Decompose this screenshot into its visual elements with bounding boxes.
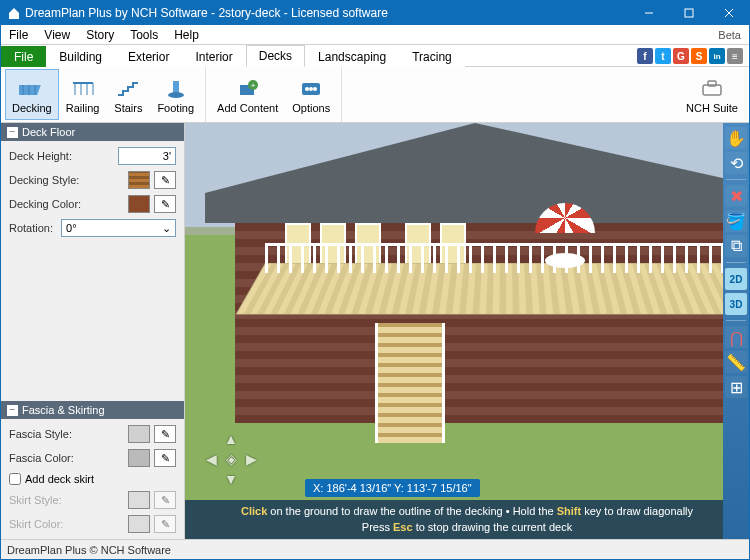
ribbon: Decking Railing Stairs Footing + Add Con… — [1, 67, 749, 123]
decking-color-picker[interactable]: ✎ — [154, 195, 176, 213]
beta-label: Beta — [718, 29, 749, 41]
grid-icon: ⊞ — [730, 378, 743, 397]
rotation-dropdown[interactable]: 0° ⌄ — [61, 219, 176, 237]
fascia-style-picker[interactable]: ✎ — [154, 425, 176, 443]
status-text: DreamPlan Plus © NCH Software — [7, 544, 171, 556]
fascia-color-label: Fascia Color: — [9, 452, 124, 464]
fascia-color-swatch[interactable] — [128, 449, 150, 467]
panel-fascia-header[interactable]: − Fascia & Skirting — [1, 401, 184, 419]
orbit-tool[interactable]: ⟲ — [725, 152, 747, 174]
facebook-icon[interactable]: f — [637, 48, 653, 64]
add-content-icon: + — [235, 76, 261, 102]
ribbon-group-deck: Decking Railing Stairs Footing — [1, 67, 206, 122]
view-3d-button[interactable]: 3D — [725, 293, 747, 315]
add-deck-skirt-checkbox[interactable] — [9, 473, 21, 485]
menubar: File View Story Tools Help Beta — [1, 25, 749, 45]
workarea: − Deck Floor Deck Height: 3' Decking Sty… — [1, 123, 749, 539]
tab-tracing[interactable]: Tracing — [399, 46, 465, 67]
statusbar: DreamPlan Plus © NCH Software — [1, 539, 749, 559]
add-content-label: Add Content — [217, 102, 278, 114]
delete-tool[interactable]: ✖ — [725, 185, 747, 207]
decking-color-swatch[interactable] — [128, 195, 150, 213]
close-button[interactable] — [709, 1, 749, 25]
stairs-icon — [115, 76, 141, 102]
railing-icon — [70, 76, 96, 102]
linkedin-icon[interactable]: in — [709, 48, 725, 64]
tab-interior[interactable]: Interior — [182, 46, 245, 67]
nav-left[interactable]: ◀ — [206, 451, 217, 467]
panel-deck-floor-header[interactable]: − Deck Floor — [1, 123, 184, 141]
eyedropper-icon: ✎ — [161, 518, 170, 531]
pan-tool[interactable]: ✋ — [725, 127, 747, 149]
decking-style-swatch[interactable] — [128, 171, 150, 189]
minimize-button[interactable] — [629, 1, 669, 25]
coordinates-readout: X: 186'-4 13/16" Y: 113'-7 15/16" — [305, 479, 480, 497]
decking-button[interactable]: Decking — [5, 69, 59, 120]
add-content-button[interactable]: + Add Content — [210, 69, 285, 120]
titlebar: DreamPlan Plus by NCH Software - 2story-… — [1, 1, 749, 25]
view-2d-button[interactable]: 2D — [725, 268, 747, 290]
share-icon[interactable]: S — [691, 48, 707, 64]
stairs-label: Stairs — [114, 102, 142, 114]
google-icon[interactable]: G — [673, 48, 689, 64]
menu-view[interactable]: View — [36, 26, 78, 44]
fascia-color-picker[interactable]: ✎ — [154, 449, 176, 467]
nav-right[interactable]: ▶ — [246, 451, 257, 467]
panel-fascia-title: Fascia & Skirting — [22, 404, 105, 416]
snap-tool[interactable]: ⋂ — [725, 326, 747, 348]
tab-file[interactable]: File — [1, 46, 46, 67]
svg-point-19 — [305, 87, 309, 91]
skirt-color-label: Skirt Color: — [9, 518, 124, 530]
nav-down[interactable]: ▼ — [224, 471, 238, 487]
footing-button[interactable]: Footing — [150, 69, 201, 120]
deck-height-input[interactable]: 3' — [118, 147, 176, 165]
nav-up[interactable]: ▲ — [224, 431, 238, 447]
skirt-style-picker: ✎ — [154, 491, 176, 509]
add-deck-skirt-label: Add deck skirt — [25, 473, 94, 485]
fascia-style-swatch[interactable] — [128, 425, 150, 443]
viewport-3d[interactable]: ▲ ◀◈▶ ▼ X: 186'-4 13/16" Y: 113'-7 15/16… — [185, 123, 749, 539]
right-toolbar: ✋ ⟲ ✖ 🪣 ⧉ 2D 3D ⋂ 📏 ⊞ — [723, 123, 749, 539]
magnet-icon: ⋂ — [730, 328, 743, 347]
panel-deck-floor-body: Deck Height: 3' Decking Style: ✎ Decking… — [1, 141, 184, 243]
decking-icon — [19, 76, 45, 102]
collapse-icon: − — [7, 405, 18, 416]
skirt-style-label: Skirt Style: — [9, 494, 124, 506]
decking-label: Decking — [12, 102, 52, 114]
tab-decks[interactable]: Decks — [246, 45, 305, 67]
tab-landscaping[interactable]: Landscaping — [305, 46, 399, 67]
eyedropper-icon: ✎ — [161, 452, 170, 465]
eyedropper-icon: ✎ — [161, 174, 170, 187]
railing-button[interactable]: Railing — [59, 69, 107, 120]
social-links: f t G S in ≡ — [637, 48, 749, 66]
footing-label: Footing — [157, 102, 194, 114]
suite-icon — [699, 76, 725, 102]
chevron-down-icon: ⌄ — [162, 222, 171, 235]
decking-style-picker[interactable]: ✎ — [154, 171, 176, 189]
svg-rect-23 — [708, 81, 716, 86]
nav-center[interactable]: ◈ — [226, 451, 237, 467]
stairs-button[interactable]: Stairs — [106, 69, 150, 120]
properties-sidebar: − Deck Floor Deck Height: 3' Decking Sty… — [1, 123, 185, 539]
menu-story[interactable]: Story — [78, 26, 122, 44]
more-icon[interactable]: ≡ — [727, 48, 743, 64]
eyedropper-icon: ✎ — [161, 494, 170, 507]
paint-icon: 🪣 — [726, 212, 746, 231]
clone-tool[interactable]: ⧉ — [725, 235, 747, 257]
maximize-button[interactable] — [669, 1, 709, 25]
menu-tools[interactable]: Tools — [122, 26, 166, 44]
paint-tool[interactable]: 🪣 — [725, 210, 747, 232]
menu-help[interactable]: Help — [166, 26, 207, 44]
tab-exterior[interactable]: Exterior — [115, 46, 182, 67]
measure-tool[interactable]: 📏 — [725, 351, 747, 373]
options-button[interactable]: Options — [285, 69, 337, 120]
options-label: Options — [292, 102, 330, 114]
nch-suite-button[interactable]: NCH Suite — [679, 69, 745, 120]
eyedropper-icon: ✎ — [161, 198, 170, 211]
footing-icon — [163, 76, 189, 102]
menu-file[interactable]: File — [1, 26, 36, 44]
tab-building[interactable]: Building — [46, 46, 115, 67]
grid-tool[interactable]: ⊞ — [725, 376, 747, 398]
twitter-icon[interactable]: t — [655, 48, 671, 64]
hint-bar: Click on the ground to draw the outline … — [185, 500, 749, 539]
